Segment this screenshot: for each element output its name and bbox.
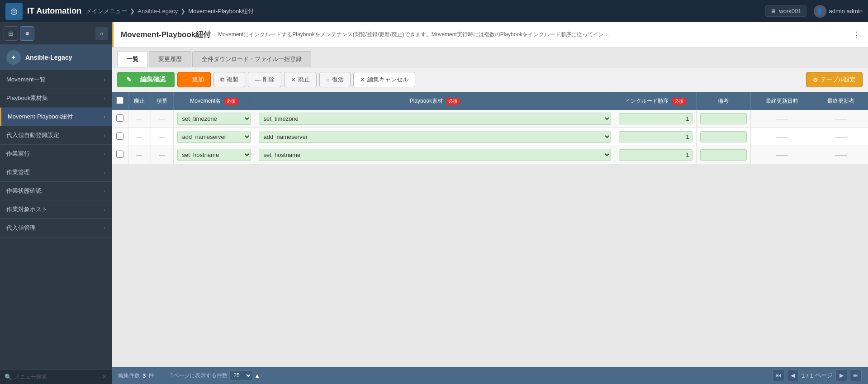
caret-up-icon: ▲ <box>254 372 260 379</box>
sidebar-item-substitution-manage[interactable]: 代入値管理 › <box>0 219 112 237</box>
tab-list[interactable]: 一覧 <box>117 51 148 67</box>
chevron-right-icon: › <box>104 133 105 138</box>
sidebar-item-movement-list[interactable]: Movement一覧 › <box>0 71 112 89</box>
movement-name-select[interactable]: add_nameserver <box>177 131 251 143</box>
row-checkbox[interactable] <box>116 133 123 140</box>
list-view-button[interactable]: ≡ <box>20 26 34 41</box>
row-playbook[interactable]: set_timezone <box>255 110 615 128</box>
row-last-updated: —— <box>750 128 814 146</box>
row-checkbox[interactable] <box>116 151 123 158</box>
remarks-input[interactable] <box>700 149 747 161</box>
edit-count-label: 編集件数 <box>118 372 140 379</box>
playbook-select[interactable]: set_hostname <box>259 149 611 161</box>
cancel-edit-button[interactable]: ✕ 編集キャンセル <box>353 72 415 87</box>
col-checkbox <box>112 92 128 110</box>
row-checkbox-cell <box>112 128 128 146</box>
sidebar-item-work-manage[interactable]: 作業管理 › <box>0 163 112 182</box>
row-last-updater: —— <box>814 110 868 128</box>
grid-view-button[interactable]: ⊞ <box>4 26 18 41</box>
row-discard: — <box>128 146 151 164</box>
row-movement-name[interactable]: set_hostname <box>173 146 255 164</box>
pagination: ⏮ ◀ 1 / 1 ページ ▶ ⏭ <box>773 370 862 381</box>
movement-name-select[interactable]: set_timezone <box>177 113 251 125</box>
breadcrumb-main[interactable]: メインメニュー <box>86 7 127 15</box>
table-row: — — set_timezone set_timezone <box>112 110 868 128</box>
sidebar-collapse-button[interactable]: « <box>95 27 108 40</box>
page-menu-button[interactable]: ⋮ <box>853 30 861 40</box>
workspace-name: work001 <box>779 8 801 14</box>
tab-download[interactable]: 全件ダウンロード・ファイル一括登録 <box>192 51 311 67</box>
discard-button[interactable]: ✕ 廃止 <box>284 72 317 87</box>
select-all-checkbox[interactable] <box>116 97 123 104</box>
last-page-button[interactable]: ⏭ <box>850 370 862 381</box>
per-page-label: 1ページに表示する件数 <box>171 372 228 379</box>
module-icon: ✦ <box>6 50 21 65</box>
chevron-right-icon: › <box>104 151 105 156</box>
sidebar-item-substitution-auto[interactable]: 代入値自動登録設定 › <box>0 126 112 145</box>
col-last-updated: 最終更新日時 <box>750 92 814 110</box>
sidebar-item-work-exec[interactable]: 作業実行 › <box>0 145 112 163</box>
page-header: Movement-Playbook紐付 MovementにインクルードするPla… <box>112 22 868 47</box>
row-checkbox[interactable] <box>116 114 123 122</box>
tab-history[interactable]: 変更履歴 <box>149 51 191 67</box>
cancel-x-icon: ✕ <box>360 76 365 83</box>
restore-button[interactable]: ○ 復活 <box>319 72 351 87</box>
include-order-input[interactable] <box>619 149 693 161</box>
movement-name-select[interactable]: set_hostname <box>177 149 251 161</box>
sidebar-search: 🔍 ✕ <box>0 369 112 384</box>
sidebar-item-work-status[interactable]: 作業状態確認 › <box>0 182 112 200</box>
per-page-select[interactable]: 25 50 100 <box>229 370 252 380</box>
include-order-input[interactable] <box>619 113 693 124</box>
search-input[interactable] <box>14 374 99 380</box>
row-include-order[interactable] <box>615 110 696 128</box>
sidebar-item-work-host[interactable]: 作業対象ホスト › <box>0 200 112 219</box>
row-item-no: — <box>151 128 173 146</box>
sidebar-item-movement-playbook[interactable]: Movement-Playbook紐付 › <box>0 108 112 126</box>
row-last-updated: —— <box>750 146 814 164</box>
row-remarks[interactable] <box>696 128 750 146</box>
gear-icon: ⚙ <box>813 76 818 83</box>
include-order-input[interactable] <box>619 131 693 142</box>
playbook-select[interactable]: add_nameserver <box>259 131 611 143</box>
search-clear-button[interactable]: ✕ <box>102 373 107 380</box>
confirm-edit-button[interactable]: ✎ 編集確認 <box>117 72 175 87</box>
row-include-order[interactable] <box>615 128 696 146</box>
row-include-order[interactable] <box>615 146 696 164</box>
content-area: Movement-Playbook紐付 MovementにインクルードするPla… <box>112 22 868 384</box>
delete-button[interactable]: — 削除 <box>248 72 281 87</box>
row-checkbox-cell <box>112 110 128 128</box>
row-remarks[interactable] <box>696 110 750 128</box>
copy-icon: ⧉ <box>220 76 224 83</box>
row-remarks[interactable] <box>696 146 750 164</box>
header-right: 🖥 work001 👤 admin admin <box>765 5 863 18</box>
row-playbook[interactable]: set_hostname <box>255 146 615 164</box>
col-remarks: 備考 <box>696 92 750 110</box>
user-info: 👤 admin admin <box>814 5 863 18</box>
table-settings-button[interactable]: ⚙ テーブル設定 <box>806 72 863 87</box>
table-row: — — set_hostname set_hostname <box>112 146 868 164</box>
row-movement-name[interactable]: add_nameserver <box>173 128 255 146</box>
first-page-button[interactable]: ⏮ <box>773 370 784 381</box>
duplicate-button[interactable]: ⧉ 複製 <box>213 72 245 87</box>
sidebar-item-playbook-material[interactable]: Playbook素材集 › <box>0 89 112 108</box>
next-page-button[interactable]: ▶ <box>835 370 847 381</box>
row-movement-name[interactable]: set_timezone <box>173 110 255 128</box>
main-layout: ⊞ ≡ « ✦ Ansible-Legacy Movement一覧 › Play… <box>0 22 868 384</box>
prev-page-button[interactable]: ◀ <box>787 370 799 381</box>
edit-count-value: 3 <box>142 372 146 379</box>
workspace-selector[interactable]: 🖥 work001 <box>765 5 806 17</box>
remarks-input[interactable] <box>700 113 747 124</box>
sidebar: ⊞ ≡ « ✦ Ansible-Legacy Movement一覧 › Play… <box>0 22 112 384</box>
add-button[interactable]: ＋ 追加 <box>177 72 211 87</box>
app-title: IT Automation <box>27 6 81 16</box>
row-playbook[interactable]: add_nameserver <box>255 128 615 146</box>
col-playbook: Playbook素材 必須 <box>255 92 615 110</box>
chevron-right-icon: › <box>104 225 105 231</box>
playbook-select[interactable]: set_timezone <box>259 113 611 125</box>
per-page-selector: 1ページに表示する件数 25 50 100 ▲ <box>171 370 261 380</box>
chevron-right-icon: › <box>104 170 105 175</box>
plus-icon: ＋ <box>184 76 190 84</box>
circle-icon: ○ <box>326 76 330 83</box>
breadcrumb-module[interactable]: Ansible-Legacy <box>138 8 178 14</box>
remarks-input[interactable] <box>700 131 747 142</box>
